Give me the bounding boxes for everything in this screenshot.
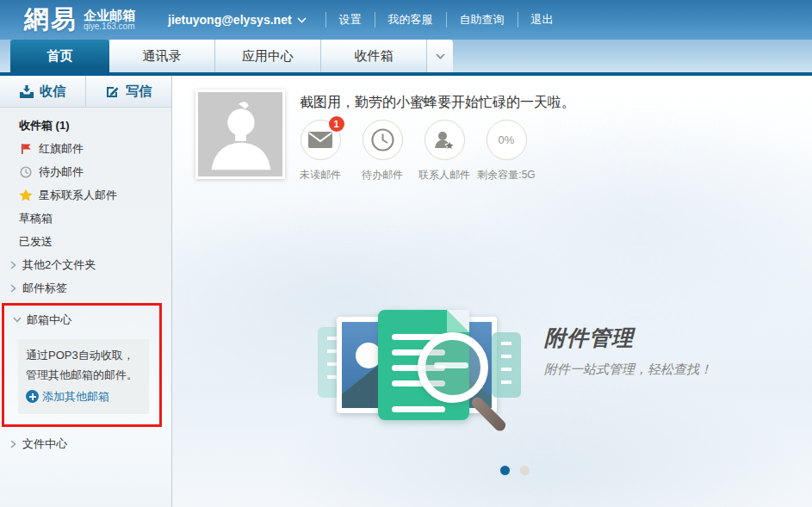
compose-mail-button[interactable]: 写信	[86, 76, 171, 107]
stat-quota: 0% 剩余容量:5G	[475, 120, 537, 182]
brand-logo-cn: 網易	[24, 3, 77, 37]
tab-contacts[interactable]: 通讯录	[109, 40, 215, 72]
folder-label: 收件箱 (1)	[19, 118, 70, 133]
magnifier-icon	[418, 332, 488, 403]
clock-icon	[19, 166, 33, 178]
folder-label: 其他2个文件夹	[22, 257, 96, 273]
receive-tray-icon	[20, 85, 34, 98]
customer-service-link[interactable]: 我的客服	[375, 12, 446, 28]
stat-contact-mail: 联系人邮件	[413, 120, 475, 182]
account-menu[interactable]: jietuyong@elysys.net	[168, 13, 307, 27]
list-card-illustration	[492, 332, 521, 398]
folder-label: 待办邮件	[39, 164, 84, 180]
stat-label: 联系人邮件	[413, 168, 475, 182]
chevron-right-icon	[9, 284, 17, 293]
tab-home[interactable]: 首页	[10, 40, 109, 72]
sidebar-item-drafts[interactable]: 草稿箱	[0, 207, 171, 230]
avatar[interactable]	[195, 90, 285, 179]
folder-label: 红旗邮件	[39, 141, 84, 157]
todo-mail-button[interactable]	[363, 120, 403, 160]
sidebar-item-inbox[interactable]: 收件箱 (1)	[0, 114, 171, 137]
compose-pencil-icon	[106, 84, 120, 98]
contact-mail-button[interactable]	[425, 120, 465, 160]
sidebar-item-other-folders[interactable]: 其他2个文件夹	[0, 253, 171, 276]
unread-mail-button[interactable]: 1	[301, 120, 341, 160]
attachment-banner-text[interactable]: 附件管理 附件一站式管理，轻松查找！	[544, 324, 712, 378]
stat-unread-mail: 1 未读邮件	[289, 120, 351, 182]
unread-count-badge: 1	[329, 116, 344, 132]
main-tabbar: 首页 通讯录 应用中心 收件箱	[0, 40, 812, 72]
plus-circle-icon	[26, 390, 39, 403]
chevron-right-icon	[9, 261, 17, 269]
mail-center-description: 通过POP3自动收取，管理其他邮箱的邮件。	[26, 349, 138, 381]
mail-center-annotation-box: 邮箱中心 通过POP3自动收取，管理其他邮箱的邮件。 添加其他邮箱	[2, 303, 162, 427]
main-content: 截图用，勤劳的小蜜蜂要开始忙碌的一天啦。 1 未读邮件	[172, 76, 812, 507]
folder-label: 星标联系人邮件	[39, 188, 117, 203]
folder-label: 文件中心	[22, 436, 67, 452]
sidebar-item-todo-mail[interactable]: 待办邮件	[0, 160, 171, 183]
folder-list: 收件箱 (1) 红旗邮件 待办邮件	[0, 108, 171, 455]
folder-label: 邮件标签	[22, 281, 67, 296]
clock-icon	[371, 128, 394, 151]
folder-label: 已发送	[19, 234, 53, 250]
tab-more-button[interactable]	[427, 40, 453, 72]
sidebar: 收信 写信 收件箱 (1)	[0, 76, 172, 507]
flag-icon	[19, 143, 33, 155]
receive-mail-button[interactable]: 收信	[0, 76, 86, 107]
carousel-dot-2[interactable]	[520, 466, 530, 475]
sidebar-item-flagged-mail[interactable]: 红旗邮件	[0, 137, 171, 160]
star-icon	[19, 189, 33, 201]
stat-label: 待办邮件	[351, 168, 413, 182]
brand-product: 企业邮箱	[84, 9, 135, 22]
self-service-link[interactable]: 自助查询	[446, 12, 518, 28]
quota-button[interactable]: 0%	[487, 120, 527, 160]
stats-row: 1 未读邮件 待办邮件	[289, 120, 537, 182]
brand-logo: 網易 企业邮箱 qiye.163.com	[24, 3, 135, 37]
add-other-mailbox-label: 添加其他邮箱	[42, 386, 109, 406]
contact-star-icon	[433, 130, 456, 151]
stat-todo-mail: 待办邮件	[351, 120, 413, 182]
topbar: 網易 企业邮箱 qiye.163.com jietuyong@elysys.ne…	[0, 0, 812, 40]
chevron-right-icon	[9, 440, 17, 448]
chevron-down-icon	[436, 53, 445, 59]
folder-label: 邮箱中心	[27, 312, 71, 328]
settings-link[interactable]: 设置	[325, 12, 375, 28]
person-silhouette-icon	[198, 92, 282, 176]
stat-label: 未读邮件	[289, 168, 351, 182]
quota-percent: 0%	[499, 133, 515, 146]
chevron-down-icon	[13, 317, 22, 323]
sidebar-item-starred-contacts-mail[interactable]: 星标联系人邮件	[0, 183, 171, 207]
envelope-icon	[308, 132, 332, 148]
brand-domain: qiye.163.com	[84, 22, 135, 32]
sidebar-item-mail-tags[interactable]: 邮件标签	[0, 276, 171, 300]
mail-center-panel: 通过POP3自动收取，管理其他邮箱的邮件。 添加其他邮箱	[18, 339, 149, 414]
compose-mail-label: 写信	[126, 83, 152, 100]
greeting-text: 截图用，勤劳的小蜜蜂要开始忙碌的一天啦。	[300, 94, 575, 112]
topbar-links: 设置 我的客服 自助查询 退出	[315, 12, 567, 28]
account-email: jietuyong@elysys.net	[168, 13, 292, 27]
folder-label: 草稿箱	[19, 211, 53, 226]
banner-subtitle: 附件一站式管理，轻松查找！	[544, 362, 712, 378]
tab-app-center[interactable]: 应用中心	[215, 40, 321, 72]
add-other-mailbox-link[interactable]: 添加其他邮箱	[26, 386, 141, 406]
carousel-dot-1[interactable]	[500, 466, 510, 475]
receive-mail-label: 收信	[40, 83, 65, 100]
stat-label: 剩余容量:5G	[475, 168, 537, 182]
carousel-dots	[500, 466, 530, 475]
mail-action-strip: 收信 写信	[0, 76, 171, 108]
logout-link[interactable]: 退出	[518, 12, 567, 28]
sidebar-item-mail-center[interactable]: 邮箱中心	[4, 308, 159, 331]
tab-inbox[interactable]: 收件箱	[321, 40, 427, 72]
banner-title: 附件管理	[544, 324, 712, 352]
sidebar-item-sent[interactable]: 已发送	[0, 230, 171, 253]
sidebar-item-file-center[interactable]: 文件中心	[0, 432, 171, 455]
chevron-down-icon	[297, 17, 307, 23]
